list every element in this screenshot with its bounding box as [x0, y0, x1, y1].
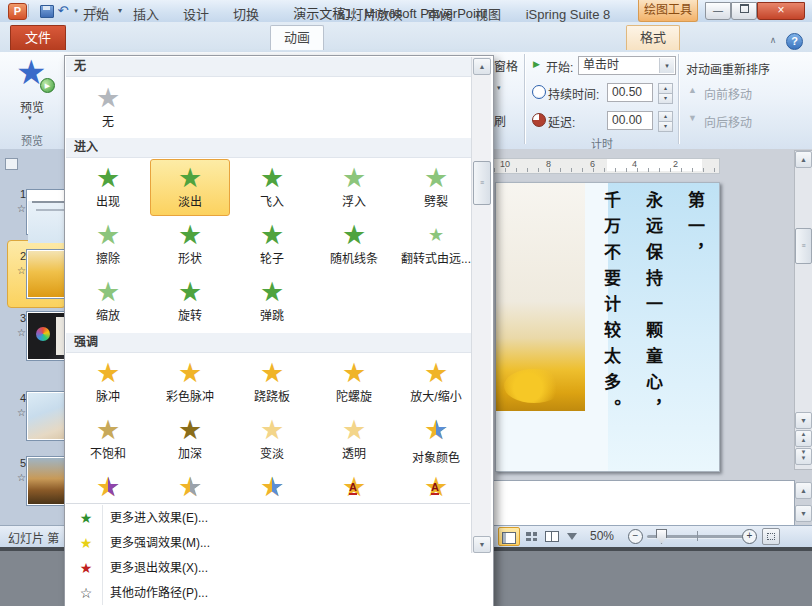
preview-dropdown-icon[interactable]: ▾ [28, 114, 32, 122]
menu-more-exit-effects[interactable]: ★ 更多退出效果(X)... [66, 556, 470, 581]
close-button[interactable]: × [757, 2, 805, 20]
gallery-item[interactable]: ★放大/缩小 [397, 355, 475, 410]
gallery-item-label: 擦除 [69, 252, 147, 266]
tab-animations[interactable]: 动画 [270, 25, 324, 50]
delay-input[interactable]: 00.00 [607, 111, 653, 130]
gallery-item[interactable]: ★跷跷板 [233, 355, 311, 410]
ruler-number: 10 [500, 159, 510, 169]
gallery-item[interactable]: ★擦除 [69, 217, 147, 272]
notes-pane[interactable] [493, 480, 795, 526]
chevron-down-icon[interactable]: ▾ [659, 58, 674, 73]
preview-group-label: 预览 [0, 132, 64, 148]
slide-number: 3 [10, 312, 26, 324]
tab-design[interactable]: 设计 [170, 3, 222, 27]
tab-transitions[interactable]: 切换 [220, 3, 272, 27]
gallery-item-selected[interactable]: ★淡出 [150, 159, 230, 216]
minimize-button[interactable]: — [705, 2, 731, 20]
scroll-down-icon[interactable]: ▼ [795, 412, 812, 429]
tab-insert[interactable]: 插入 [120, 3, 172, 27]
normal-view-button[interactable] [498, 527, 520, 546]
gallery-scrollbar-thumb[interactable]: ≡ [473, 161, 491, 205]
gallery-item[interactable]: ★随机线条 [315, 217, 393, 272]
zoom-out-icon[interactable]: − [628, 529, 643, 544]
previous-slide-button[interactable]: ▲▲ [795, 430, 812, 447]
animation-star-icon: ★ [69, 274, 147, 309]
notes-scroll-down-icon[interactable]: ▼ [795, 505, 812, 522]
scroll-up-icon[interactable]: ▲ [795, 151, 812, 168]
maximize-button[interactable] [731, 2, 757, 20]
gallery-item[interactable]: ★旋转 [151, 274, 229, 329]
tab-home[interactable]: 开始 [70, 3, 122, 27]
animation-star-icon: ★ [397, 217, 475, 252]
gallery-item[interactable]: ★脉冲 [69, 355, 147, 410]
gallery-item[interactable]: ★透明 [315, 412, 393, 467]
slides-outline-tab[interactable] [5, 158, 18, 170]
menu-more-emphasis-effects[interactable]: ★ 更多强调效果(M)... [66, 531, 470, 556]
delay-clock-icon [532, 113, 546, 127]
animation-star-icon: ★ [315, 412, 393, 447]
delay-spin-down-icon[interactable]: ▾ [658, 121, 673, 132]
help-icon[interactable]: ? [786, 33, 803, 50]
gallery-scrollbar[interactable]: ▲ ≡ ▼ [471, 57, 491, 553]
menu-more-entrance-effects[interactable]: ★ 更多进入效果(E)... [66, 506, 470, 531]
next-slide-button[interactable]: ▼▼ [795, 448, 812, 465]
animation-star-icon: ★ [69, 80, 147, 115]
save-icon[interactable] [40, 5, 54, 18]
tab-ispring[interactable]: iSpring Suite 8 [512, 3, 624, 27]
powerpoint-app-icon[interactable]: P [8, 3, 27, 20]
gallery-item[interactable]: ★劈裂 [397, 160, 475, 215]
slideshow-button[interactable] [562, 527, 582, 544]
slide-vertical-text[interactable]: 第一， 永远保持一颗童心， 千万不要计较太多。 [589, 191, 715, 463]
slide-canvas[interactable]: 第一， 永远保持一颗童心， 千万不要计较太多。 [495, 182, 720, 472]
tab-file[interactable]: 文件 [10, 25, 66, 50]
preview-button[interactable]: 预览 [0, 98, 64, 115]
gallery-scroll-up-icon[interactable]: ▲ [473, 58, 491, 75]
gallery-item[interactable]: ★弹跳 [233, 274, 311, 329]
gallery-item-label: 旋转 [151, 309, 229, 323]
slide-sorter-button[interactable] [521, 527, 541, 544]
menu-item-label: 更多进入效果(E)... [110, 506, 208, 531]
move-later-button[interactable]: 向后移动 [704, 113, 752, 130]
gallery-item[interactable]: ★轮子 [233, 217, 311, 272]
zoom-level[interactable]: 50% [590, 529, 614, 543]
canvas-scrollbar-thumb[interactable]: ≡ [795, 228, 812, 264]
gallery-item[interactable]: ★飞入 [233, 160, 311, 215]
powerpoint-window: P ↶ ▾ ↻ ▾ 演示文稿1 - Microsoft PowerPoint 绘… [0, 0, 812, 606]
tab-view[interactable]: 视图 [464, 3, 512, 27]
gallery-item[interactable]: ★陀螺旋 [315, 355, 393, 410]
gallery-item-none[interactable]: ★ 无 [69, 80, 147, 135]
gallery-item[interactable]: ★变淡 [233, 412, 311, 467]
gallery-item[interactable]: ★形状 [151, 217, 229, 272]
zoom-in-icon[interactable]: + [742, 529, 757, 544]
gallery-item[interactable]: ★浮入 [315, 160, 393, 215]
start-value: 单击时 [583, 58, 619, 72]
tab-slideshow[interactable]: 幻灯片放映 [324, 3, 416, 27]
duration-spin-down-icon[interactable]: ▾ [658, 93, 673, 104]
duration-input[interactable]: 00.50 [607, 83, 653, 102]
reading-view-button[interactable] [542, 527, 562, 544]
tab-review[interactable]: 审阅 [416, 3, 464, 27]
gallery-item[interactable]: ★出现 [69, 160, 147, 215]
gallery-item[interactable]: ★彩色脉冲 [151, 355, 229, 410]
tab-format[interactable]: 格式 [626, 25, 680, 50]
qat-separator [28, 4, 29, 17]
gallery-item[interactable]: ★不饱和 [69, 412, 147, 467]
notes-scroll-up-icon[interactable]: ▲ [795, 482, 812, 499]
animation-pane-label-fragment[interactable]: 窗格 [494, 57, 518, 74]
gallery-section-emphasis: 强调 [66, 333, 478, 353]
collapse-ribbon-icon[interactable]: ∧ [766, 34, 780, 46]
gallery-scroll-down-icon[interactable]: ▼ [473, 536, 491, 553]
gallery-item[interactable]: ★缩放 [69, 274, 147, 329]
gallery-item[interactable]: ★加深 [151, 412, 229, 467]
animation-painter-label-fragment[interactable]: 刷 [494, 112, 506, 129]
gallery-item[interactable]: ★★ 对象颜色 [397, 412, 475, 467]
gallery-item[interactable]: ★翻转式由远... [397, 217, 475, 272]
reading-view-icon [545, 531, 559, 542]
trigger-dropdown-icon[interactable]: ▾ [497, 84, 501, 92]
start-combobox[interactable]: 单击时 ▾ [578, 56, 676, 75]
move-earlier-button[interactable]: 向前移动 [704, 85, 752, 102]
fit-to-window-icon[interactable] [762, 528, 780, 545]
group-separator [524, 54, 525, 144]
menu-more-motion-paths[interactable]: ☆ 其他动作路径(P)... [66, 581, 470, 606]
undo-icon[interactable]: ↶ [56, 2, 70, 19]
